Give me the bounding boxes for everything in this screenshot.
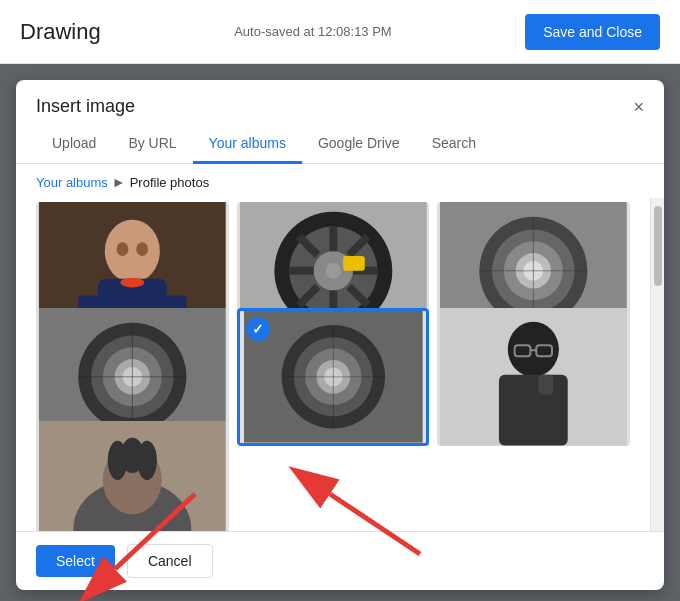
svg-point-21 bbox=[325, 263, 341, 279]
svg-point-7 bbox=[121, 278, 145, 288]
image-cell-5[interactable]: ✓ bbox=[237, 308, 430, 446]
scrollbar-thumb[interactable] bbox=[654, 206, 662, 286]
background-area: Insert image × Upload By URL Your albums… bbox=[0, 64, 680, 601]
svg-point-6 bbox=[136, 242, 148, 256]
svg-point-1 bbox=[105, 220, 160, 283]
svg-rect-48 bbox=[499, 375, 568, 446]
tab-search[interactable]: Search bbox=[416, 125, 492, 164]
dialog-close-button[interactable]: × bbox=[633, 98, 644, 116]
selected-check-badge: ✓ bbox=[246, 317, 270, 341]
svg-point-5 bbox=[117, 242, 129, 256]
dialog-title: Insert image bbox=[36, 96, 135, 117]
save-close-button[interactable]: Save and Close bbox=[525, 14, 660, 50]
app-title: Drawing bbox=[20, 19, 101, 45]
svg-rect-20 bbox=[343, 256, 365, 271]
top-bar: Drawing Auto-saved at 12:08:13 PM Save a… bbox=[0, 0, 680, 64]
tab-upload[interactable]: Upload bbox=[36, 125, 112, 164]
image-cell-6[interactable] bbox=[437, 308, 630, 446]
tab-your-albums[interactable]: Your albums bbox=[193, 125, 302, 164]
breadcrumb-separator: ► bbox=[112, 174, 126, 190]
svg-point-58 bbox=[137, 440, 157, 479]
image-grid-wrapper: ✓ bbox=[16, 198, 664, 531]
tab-google-drive[interactable]: Google Drive bbox=[302, 125, 416, 164]
image-grid: ✓ bbox=[16, 198, 650, 531]
breadcrumb-parent[interactable]: Your albums bbox=[36, 175, 108, 190]
breadcrumb: Your albums ► Profile photos bbox=[16, 164, 664, 198]
insert-image-dialog: Insert image × Upload By URL Your albums… bbox=[16, 80, 664, 590]
autosave-status: Auto-saved at 12:08:13 PM bbox=[234, 24, 392, 39]
dialog-header: Insert image × bbox=[16, 80, 664, 125]
svg-rect-52 bbox=[539, 375, 554, 395]
tab-by-url[interactable]: By URL bbox=[112, 125, 192, 164]
scrollbar-track[interactable] bbox=[650, 198, 664, 531]
image-cell-7[interactable] bbox=[36, 421, 229, 531]
select-button[interactable]: Select bbox=[36, 545, 115, 577]
cancel-button[interactable]: Cancel bbox=[127, 544, 213, 578]
breadcrumb-current: Profile photos bbox=[130, 175, 210, 190]
dialog-footer: Select Cancel bbox=[16, 531, 664, 590]
tabs-bar: Upload By URL Your albums Google Drive S… bbox=[16, 125, 664, 164]
